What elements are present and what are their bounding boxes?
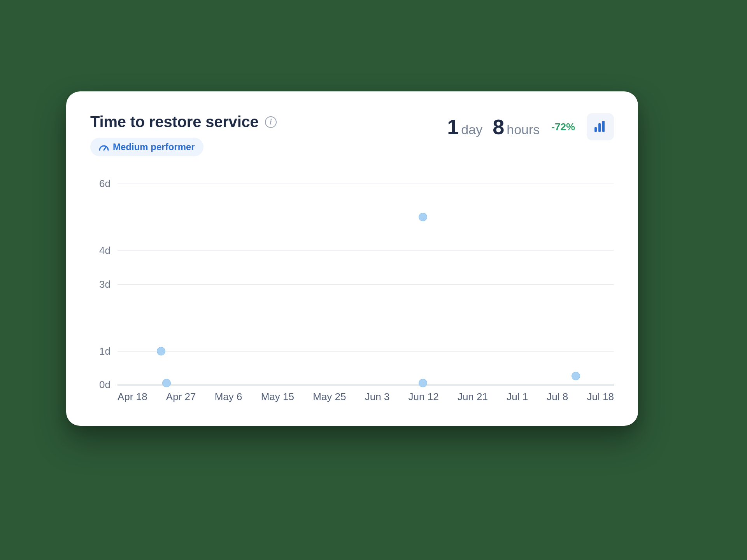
data-point[interactable] [572,372,580,380]
header-right: 1 day 8 hours -72% [447,113,614,140]
chart-type-button[interactable] [587,113,614,140]
header-left: Time to restore service i Medium perform… [90,113,277,156]
y-tick-label: 3d [99,278,110,290]
performer-badge-label: Medium performer [113,142,195,152]
y-tick-label: 4d [99,245,110,257]
y-tick-label: 1d [99,345,110,357]
metric-card: Time to restore service i Medium perform… [66,91,638,426]
x-baseline [117,385,614,385]
gridline [117,250,614,251]
title-row: Time to restore service i [90,113,277,131]
x-tick-label: Apr 27 [166,391,196,403]
metric-primary: 1 day [447,115,482,139]
y-tick-label: 6d [99,178,110,190]
metric-secondary-number: 8 [493,115,504,139]
svg-rect-3 [602,121,605,132]
x-tick-label: Jun 3 [365,391,390,403]
performer-badge[interactable]: Medium performer [90,138,203,156]
gridline [117,284,614,285]
x-tick-label: Jul 8 [547,391,568,403]
metric-primary-unit: day [461,122,482,137]
gauge-icon [99,143,109,151]
metric-secondary-unit: hours [507,122,540,137]
data-point[interactable] [157,347,165,355]
plot-region[interactable]: Apr 18Apr 27May 6May 15May 25Jun 3Jun 12… [117,181,614,409]
data-point[interactable] [162,379,171,387]
card-header: Time to restore service i Medium perform… [90,113,614,156]
x-tick-label: May 25 [313,391,346,403]
x-tick-label: May 6 [215,391,242,403]
x-tick-label: Jun 12 [409,391,439,403]
y-tick-label: 0d [99,379,110,391]
gridline [117,351,614,352]
y-axis: 0d1d3d4d6d [90,181,117,409]
metric-group: 1 day 8 hours [447,115,540,139]
bar-chart-icon [593,120,607,133]
svg-rect-1 [594,127,597,132]
info-icon[interactable]: i [265,116,277,128]
chart-area: 0d1d3d4d6d Apr 18Apr 27May 6May 15May 25… [90,181,614,409]
gridline [117,184,614,184]
delta-percent: -72% [551,121,575,133]
svg-rect-2 [598,123,601,132]
x-tick-label: Jul 1 [507,391,528,403]
data-point[interactable] [419,213,427,221]
x-tick-label: Jul 18 [587,391,614,403]
data-point[interactable] [419,379,427,387]
card-title: Time to restore service [90,113,259,131]
metric-secondary: 8 hours [493,115,540,139]
svg-line-0 [104,147,106,150]
x-axis: Apr 18Apr 27May 6May 15May 25Jun 3Jun 12… [117,391,614,403]
x-tick-label: Jun 21 [458,391,488,403]
x-tick-label: May 15 [261,391,294,403]
metric-primary-number: 1 [447,115,459,139]
x-tick-label: Apr 18 [117,391,147,403]
